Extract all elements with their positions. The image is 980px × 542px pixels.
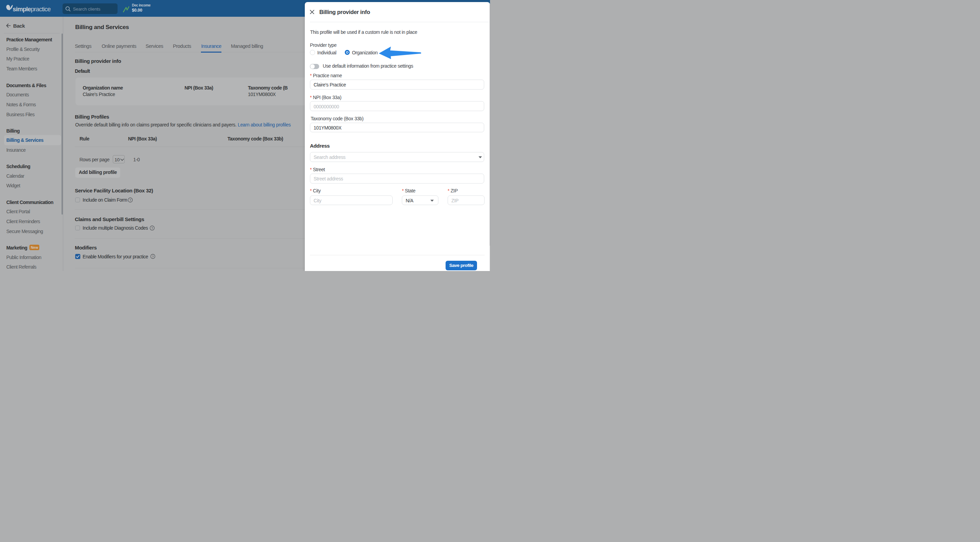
svg-text:?: ?: [151, 226, 153, 230]
svg-text:?: ?: [129, 199, 131, 202]
svg-text:?: ?: [152, 255, 154, 258]
